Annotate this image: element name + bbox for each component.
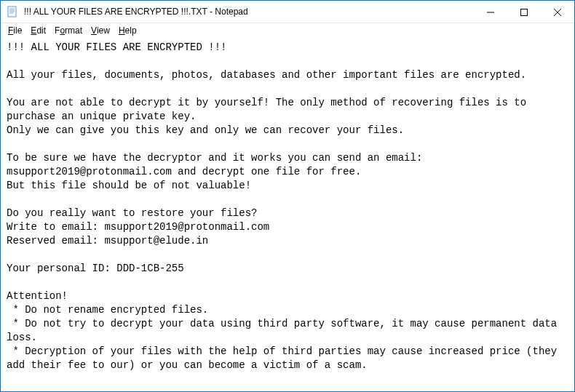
notepad-icon xyxy=(7,6,18,17)
titlebar: !!! ALL YOUR FILES ARE ENCRYPTED !!!.TXT… xyxy=(1,1,574,23)
close-button[interactable] xyxy=(541,1,574,23)
text-content-area[interactable]: !!! ALL YOUR FILES ARE ENCRYPTED !!! All… xyxy=(1,38,574,391)
menu-edit-label: dit xyxy=(36,25,46,36)
menu-edit[interactable]: Edit xyxy=(26,24,50,37)
menu-file-label: ile xyxy=(13,25,22,36)
window-controls xyxy=(474,1,574,23)
menu-help-label: elp xyxy=(125,25,137,36)
svg-rect-6 xyxy=(521,9,528,15)
window-title: !!! ALL YOUR FILES ARE ENCRYPTED !!!.TXT… xyxy=(24,7,474,17)
maximize-button[interactable] xyxy=(507,1,541,23)
menu-view-label: iew xyxy=(97,25,110,36)
menu-format-label: rmat xyxy=(65,25,82,36)
minimize-button[interactable] xyxy=(474,1,507,23)
menu-view[interactable]: View xyxy=(87,24,114,37)
menu-format[interactable]: Format xyxy=(50,24,87,37)
menubar: File Edit Format View Help xyxy=(1,23,574,38)
menu-help[interactable]: Help xyxy=(114,24,141,37)
menu-file[interactable]: File xyxy=(4,24,26,37)
